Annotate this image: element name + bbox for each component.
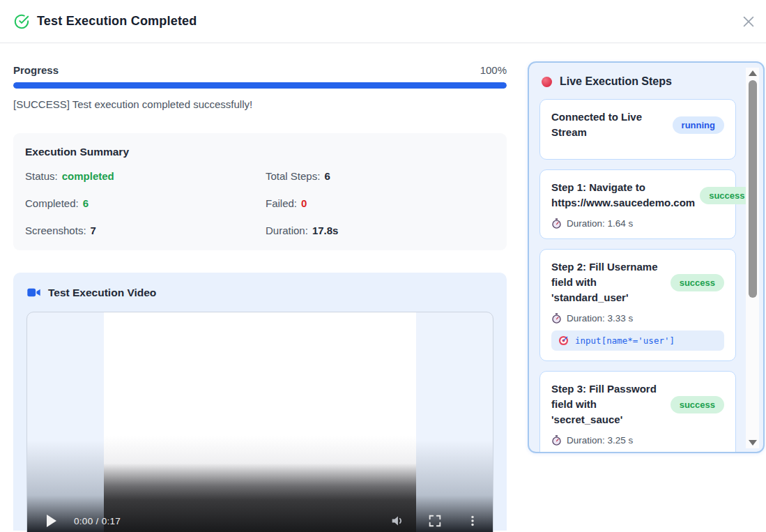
summary-completed: Completed:6 bbox=[25, 197, 266, 209]
step-status-badge: running bbox=[673, 116, 724, 134]
summary-screenshots: Screenshots:7 bbox=[25, 225, 266, 236]
execution-summary-card: Execution Summary Status:completed Total… bbox=[13, 133, 507, 250]
step-card[interactable]: Step 3: Fill Password field with 'secret… bbox=[539, 371, 736, 453]
step-card[interactable]: Step 2: Fill Username field with 'standa… bbox=[539, 249, 736, 361]
video-frame-content bbox=[104, 312, 416, 532]
summary-status: Status:completed bbox=[25, 170, 266, 182]
step-duration-row: Duration: 1.64 s bbox=[551, 218, 724, 229]
summary-title: Execution Summary bbox=[25, 146, 495, 158]
live-indicator-icon bbox=[542, 77, 552, 87]
video-title: Test Execution Video bbox=[48, 287, 156, 299]
panel-scrollbar[interactable] bbox=[746, 68, 759, 448]
video-player[interactable]: 0:00 / 0:17 bbox=[26, 312, 493, 532]
step-card[interactable]: Step 1: Navigate to https://www.saucedem… bbox=[539, 169, 736, 239]
step-duration-row: Duration: 3.33 s bbox=[551, 313, 724, 324]
status-message: [SUCCESS] Test execution completed succe… bbox=[13, 98, 507, 110]
check-circle-icon bbox=[14, 14, 29, 29]
play-button[interactable] bbox=[47, 515, 56, 527]
scroll-up-arrow[interactable] bbox=[746, 68, 759, 79]
target-icon bbox=[558, 335, 569, 346]
step-title: Step 2: Fill Username field with 'standa… bbox=[551, 259, 666, 305]
scroll-down-arrow[interactable] bbox=[746, 437, 759, 448]
step-duration-row: Duration: 3.25 s bbox=[551, 435, 724, 446]
volume-icon[interactable] bbox=[390, 513, 405, 529]
summary-total-steps: Total Steps:6 bbox=[266, 170, 495, 182]
step-selector-row: input[name*='user'] bbox=[551, 330, 724, 351]
step-title: Step 1: Navigate to https://www.saucedem… bbox=[551, 180, 695, 211]
step-duration-text: Duration: 1.64 s bbox=[567, 218, 633, 229]
step-card[interactable]: Connected to Live Stream running bbox=[539, 99, 736, 160]
summary-grid: Status:completed Total Steps:6 Completed… bbox=[25, 170, 495, 236]
stopwatch-icon bbox=[551, 218, 562, 229]
live-execution-panel: Live Execution Steps Connected to Live S… bbox=[528, 61, 765, 453]
video-time: 0:00 / 0:17 bbox=[74, 516, 121, 526]
video-section: Test Execution Video 0:00 / 0:17 bbox=[13, 273, 507, 531]
progress-fill bbox=[13, 82, 507, 89]
scrollbar-thumb[interactable] bbox=[749, 80, 757, 298]
step-status-badge: success bbox=[671, 396, 724, 413]
step-selector-text: input[name*='user'] bbox=[575, 335, 675, 346]
step-selector-row: input[type='password'] bbox=[551, 453, 724, 453]
modal-header: Test Execution Completed bbox=[0, 0, 766, 43]
step-title: Step 3: Fill Password field with 'secret… bbox=[551, 381, 666, 427]
main-content: Progress 100% [SUCCESS] Test execution c… bbox=[13, 43, 507, 531]
stopwatch-icon bbox=[551, 435, 562, 446]
progress-bar bbox=[13, 82, 507, 89]
live-panel-title: Live Execution Steps bbox=[560, 75, 672, 88]
stopwatch-icon bbox=[551, 313, 562, 324]
summary-failed: Failed:0 bbox=[266, 197, 495, 209]
video-camera-icon bbox=[26, 285, 41, 300]
more-options-icon[interactable] bbox=[465, 513, 480, 529]
progress-percent: 100% bbox=[480, 64, 507, 76]
fullscreen-icon[interactable] bbox=[427, 513, 443, 529]
progress-label: Progress bbox=[13, 64, 59, 76]
step-title: Connected to Live Stream bbox=[551, 109, 668, 140]
step-duration-text: Duration: 3.25 s bbox=[567, 435, 633, 446]
close-icon[interactable] bbox=[741, 14, 756, 29]
summary-duration: Duration:17.8s bbox=[266, 225, 495, 236]
step-status-badge: success bbox=[671, 274, 724, 291]
steps-list: Connected to Live Stream running Step 1:… bbox=[539, 99, 736, 453]
video-controls: 0:00 / 0:17 bbox=[27, 506, 493, 532]
step-duration-text: Duration: 3.33 s bbox=[567, 313, 633, 324]
modal-title: Test Execution Completed bbox=[37, 14, 197, 29]
